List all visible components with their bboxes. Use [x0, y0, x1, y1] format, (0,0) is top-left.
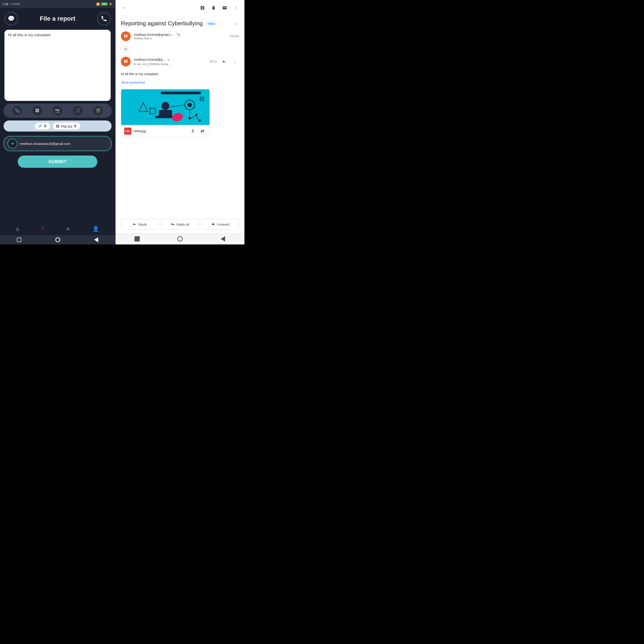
expanded-sender-avatar: M [121, 57, 131, 66]
r-sys-back-button[interactable] [220, 236, 226, 242]
archive-button[interactable] [198, 4, 207, 12]
subject-wrapper: Reporting against Cyberbullying Inbox [121, 20, 232, 27]
reply-button[interactable]: Reply [121, 219, 158, 230]
attachment-image [121, 89, 210, 125]
status-bar: 2:48 | 0.0KB/s 📶 100 ⚡ [0, 0, 115, 8]
attachment-file-row: IMG HNW.jpg [121, 125, 210, 137]
forward-action-icon [211, 222, 215, 226]
email-subject-row: Reporting against Cyberbullying Inbox ☆ [116, 16, 244, 29]
r-triangle-icon [221, 236, 225, 242]
status-time: 2:48 [3, 2, 8, 6]
gmail-toolbar: ← ⋮ [116, 0, 244, 16]
attach-image-button[interactable]: 🖼 [32, 106, 42, 116]
attachment-preview: IMG HNW.jpg [121, 89, 210, 137]
attach-camera-button[interactable]: 📷 [53, 106, 62, 116]
more-options-button[interactable]: ⋮ [232, 4, 240, 12]
triangle-icon [94, 237, 98, 242]
svg-rect-3 [159, 110, 172, 117]
show-quoted-button[interactable]: Show quoted text [116, 80, 244, 87]
sender-name-text: medhavi.triceria@gmail.c... [134, 33, 174, 36]
gmail-panel: ← ⋮ Reporting against Cyberbullying Inbo… [116, 0, 244, 244]
drive-icon [200, 129, 205, 133]
right-system-nav [116, 233, 244, 244]
email-date: 19 Dec [230, 34, 239, 38]
forward-action-button[interactable]: Forward [202, 219, 239, 230]
file-type-icon: IMG [124, 128, 131, 135]
chevron-down-icon[interactable]: ∨ [167, 57, 170, 62]
sys-home-button[interactable] [55, 237, 60, 242]
r-sys-home-button[interactable] [177, 236, 183, 242]
image-thumb-icon: 🖼 [56, 124, 59, 128]
sys-back-button[interactable] [94, 237, 98, 242]
home-icon: ⌂ [16, 226, 19, 232]
r-square-icon [134, 236, 140, 242]
mail-icon [222, 5, 227, 10]
email-expanded-sender: M medhavi.triceria@g... ∨ to me, imt_201… [116, 55, 244, 68]
square-icon [17, 238, 21, 242]
svg-point-6 [188, 103, 192, 107]
delete-link-button[interactable]: 🗑 [44, 124, 47, 128]
sys-square-button[interactable] [17, 238, 21, 242]
app-panel: 2:48 | 0.0KB/s 📶 100 ⚡ File a report Hi … [0, 0, 116, 244]
drive-button[interactable] [199, 127, 206, 135]
submit-button[interactable]: SUBMIT [18, 156, 97, 168]
bottom-nav: ⌂ ! ≡ 👤 [0, 222, 115, 235]
app-title: File a report [18, 15, 97, 22]
sender-info: medhavi.triceria@gmail.c... 📎 Testing fi… [134, 32, 227, 40]
attachment-illustration [121, 89, 210, 125]
reply-action-icon [132, 222, 136, 226]
email-sender-row-collapsed: M medhavi.triceria@gmail.c... 📎 Testing … [116, 29, 244, 43]
circle-icon [55, 237, 60, 242]
attachment-pill-file: 🖼 iolgt.jpg 🗑 [53, 123, 80, 129]
email-body: Hi all this is my complaint [116, 68, 244, 80]
sender-avatar: M [121, 31, 131, 41]
mask-icon [8, 15, 14, 22]
quick-reply-button[interactable] [220, 58, 228, 66]
complaint-text-area[interactable]: Hi all this is my complaint [4, 30, 111, 101]
attach-file-button[interactable]: 📎 [12, 106, 22, 116]
reply-icon [222, 59, 226, 64]
attach-video-button[interactable]: 🎬 [93, 106, 103, 116]
expanded-sender-info: medhavi.triceria@g... ∨ to me, imt_20180… [134, 57, 206, 66]
system-nav [0, 235, 115, 244]
email-subject: Reporting against Cyberbullying Inbox [121, 20, 217, 27]
attach-audio-button[interactable]: 🎵 [73, 106, 83, 116]
email-more-button[interactable]: ⋮ [231, 58, 239, 66]
inbox-badge[interactable]: Inbox [206, 22, 217, 26]
expanded-name-row: medhavi.triceria@g... ∨ [134, 57, 206, 62]
app-header: File a report [0, 8, 115, 28]
expanded-to: to me, imt_2018050, tomar... [134, 62, 170, 66]
download-icon [191, 129, 195, 133]
reply-actions: Reply Reply all Forward [116, 215, 244, 233]
profile-icon: 👤 [92, 226, 99, 232]
nav-profile-button[interactable]: 👤 [92, 226, 99, 232]
r-sys-square-button[interactable] [134, 236, 140, 242]
status-bar-right: 📶 100 ⚡ [96, 2, 112, 6]
alert-icon: ! [42, 226, 44, 232]
nav-alert-button[interactable]: ! [42, 226, 44, 232]
nav-list-button[interactable]: ≡ [66, 226, 70, 232]
mask-button[interactable] [4, 12, 18, 25]
mail-button[interactable] [220, 4, 229, 12]
r-circle-icon [177, 236, 183, 242]
delete-button[interactable] [209, 4, 218, 12]
phone-button[interactable] [97, 12, 111, 25]
email-body-text: Hi all this is my complaint [121, 72, 158, 76]
file-name: HNW.jpg [134, 129, 187, 133]
star-button[interactable]: ☆ [234, 21, 239, 27]
download-button[interactable] [189, 127, 197, 135]
reply-all-icon [171, 222, 175, 226]
reply-all-button[interactable]: Reply all [161, 219, 199, 230]
delete-file-button[interactable]: 🗑 [74, 124, 77, 128]
nav-home-button[interactable]: ⌂ [16, 226, 19, 232]
collapsed-count[interactable]: 10 [121, 46, 130, 52]
delete-icon [211, 5, 216, 10]
expanded-sender-name: medhavi.triceria@g... [134, 58, 165, 61]
svg-point-11 [198, 119, 201, 122]
archive-icon [200, 5, 205, 10]
back-button[interactable]: ← [120, 4, 128, 12]
email-input[interactable] [20, 142, 108, 146]
email-row [4, 136, 112, 151]
forward-email-button[interactable] [8, 139, 17, 148]
battery-icon: 100 [101, 2, 107, 6]
